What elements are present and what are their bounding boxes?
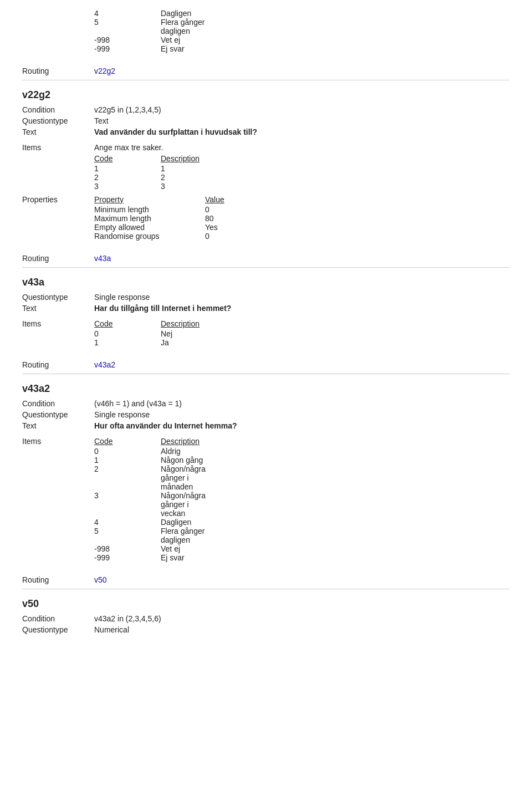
v22g2-prop-maxlen-value: 80 <box>205 214 283 223</box>
v22g2-items-outer: Items Ange max tre saker. Code Descripti… <box>22 143 510 191</box>
top-routing-link[interactable]: v22g2 <box>94 67 115 75</box>
v22g2-routing-label: Routing <box>22 254 94 263</box>
top-item-row-999: -999 Ej svar <box>94 44 205 53</box>
v22g2-item-code-1: 1 <box>94 164 139 173</box>
v43a2-item-code-0: 0 <box>94 447 139 456</box>
v43a2-item-desc-0: Aldrig <box>161 447 205 456</box>
v22g2-prop-empty-value: Yes <box>205 223 283 232</box>
v22g2-condition-value: v22g5 in (1,2,3,4,5) <box>94 105 161 114</box>
v43a-text-row: Text Har du tillgång till Internet i hem… <box>22 304 510 313</box>
v22g2-properties-block: Properties Property Value Minimum length… <box>22 195 510 241</box>
v43a2-questiontype-label: Questiontype <box>22 410 94 419</box>
v22g2-prop-row-minlen: Minimum length 0 <box>94 205 283 214</box>
v43a-routing-label: Routing <box>22 360 94 369</box>
v43a2-condition-row: Condition (v46h = 1) and (v43a = 1) <box>22 399 510 408</box>
v43a2-items-header: Code Description <box>94 437 205 446</box>
v43a2-title: v43a2 <box>22 383 510 395</box>
top-item-row-998: -998 Vet ej <box>94 35 205 44</box>
section-v50: v50 Condition v43a2 in (2,3,4,5,6) Quest… <box>0 589 532 645</box>
v22g2-text-value: Vad använder du surfplattan i huvudsak t… <box>94 127 257 136</box>
v43a2-routing-row: Routing v50 <box>0 571 532 589</box>
v43a-questiontype-value: Single response <box>94 293 150 302</box>
v43a-routing-link[interactable]: v43a2 <box>94 360 115 369</box>
v22g2-questiontype-value: Text <box>94 116 109 125</box>
v43a-items-content: Code Description 0 Nej 1 Ja <box>94 319 205 347</box>
v43a-item-desc-1: Ja <box>161 338 205 347</box>
v43a2-text-row: Text Hur ofta använder du Internet hemma… <box>22 421 510 430</box>
v22g2-items-col-code: Code <box>94 154 139 163</box>
section-v43a: v43a Questiontype Single response Text H… <box>0 268 532 356</box>
v43a-title: v43a <box>22 277 510 288</box>
v43a2-items-col-code: Code <box>94 437 139 446</box>
v22g2-prop-row-empty: Empty allowed Yes <box>94 223 283 232</box>
v43a2-item-row-1: 1 Någon gång <box>94 456 205 465</box>
top-item-code-998: -998 <box>94 35 139 44</box>
v22g2-prop-random-value: 0 <box>205 232 283 241</box>
v43a2-item-desc-3: Någon/några gånger i veckan <box>161 491 205 518</box>
v43a-item-code-1: 1 <box>94 338 139 347</box>
v22g2-items-label: Items <box>22 143 94 152</box>
v43a2-item-row-999: -999 Ej svar <box>94 553 205 562</box>
v43a2-routing-link[interactable]: v50 <box>94 575 107 584</box>
top-items-section: 4 Dagligen 5 Flera gånger dagligen -998 … <box>0 0 532 62</box>
v50-questiontype-value: Numerical <box>94 625 129 634</box>
v43a2-item-code-998: -998 <box>94 544 139 553</box>
v43a2-item-code-1: 1 <box>94 456 139 465</box>
v43a-questiontype-row: Questiontype Single response <box>22 293 510 302</box>
v43a2-routing-label: Routing <box>22 575 94 584</box>
section-v43a2: v43a2 Condition (v46h = 1) and (v43a = 1… <box>0 374 532 571</box>
v22g2-prop-empty-name: Empty allowed <box>94 223 172 232</box>
top-item-row-4: 4 Dagligen <box>94 9 205 18</box>
v22g2-items-header: Code Description <box>94 154 205 163</box>
v43a2-item-desc-4: Dagligen <box>161 518 205 527</box>
v43a-item-code-0: 0 <box>94 329 139 338</box>
v43a2-items-content: Code Description 0 Aldrig 1 Någon gång 2… <box>94 437 205 562</box>
v50-questiontype-label: Questiontype <box>22 625 94 634</box>
v22g2-routing-link[interactable]: v43a <box>94 254 111 263</box>
top-items-content: 4 Dagligen 5 Flera gånger dagligen -998 … <box>94 9 205 53</box>
v22g2-item-desc-3: 3 <box>161 182 205 191</box>
v22g2-item-row-2: 2 2 <box>94 173 205 182</box>
top-item-row-5: 5 Flera gånger dagligen <box>94 18 205 35</box>
v43a2-item-desc-1: Någon gång <box>161 456 205 465</box>
top-item-code-5: 5 <box>94 18 139 35</box>
v22g2-item-desc-1: 1 <box>161 164 205 173</box>
v22g2-condition-row: Condition v22g5 in (1,2,3,4,5) <box>22 105 510 114</box>
v43a2-item-desc-999: Ej svar <box>161 553 205 562</box>
v43a2-items-col-desc: Description <box>161 437 205 446</box>
v43a2-questiontype-value: Single response <box>94 410 150 419</box>
v22g2-prop-col-value: Value <box>205 195 283 204</box>
v43a2-text-label: Text <box>22 421 94 430</box>
section-v22g2: v22g2 Condition v22g5 in (1,2,3,4,5) Que… <box>0 80 532 249</box>
v43a2-text-value: Hur ofta använder du Internet hemma? <box>94 421 237 430</box>
v22g2-prop-row-maxlen: Maximum length 80 <box>94 214 283 223</box>
v22g2-item-row-1: 1 1 <box>94 164 205 173</box>
v22g2-prop-col-property: Property <box>94 195 172 204</box>
v50-questiontype-row: Questiontype Numerical <box>22 625 510 634</box>
v43a2-item-code-4: 4 <box>94 518 139 527</box>
top-item-desc-999: Ej svar <box>161 44 205 53</box>
v43a2-item-code-5: 5 <box>94 527 139 544</box>
v43a-routing-row: Routing v43a2 <box>0 356 532 374</box>
v43a-items-outer: Items Code Description 0 Nej 1 Ja <box>22 319 510 347</box>
top-routing-row: Routing v22g2 <box>0 62 532 80</box>
v22g2-prop-random-name: Randomise groups <box>94 232 172 241</box>
v22g2-prop-row-random: Randomise groups 0 <box>94 232 283 241</box>
v43a2-item-row-998: -998 Vet ej <box>94 544 205 553</box>
v43a2-item-row-0: 0 Aldrig <box>94 447 205 456</box>
top-routing-label: Routing <box>22 67 94 75</box>
v43a-item-desc-0: Nej <box>161 329 205 338</box>
v43a-text-label: Text <box>22 304 94 313</box>
v22g2-items-content: Ange max tre saker. Code Description 1 1… <box>94 143 205 191</box>
v43a-item-row-1: 1 Ja <box>94 338 205 347</box>
v22g2-prop-maxlen-name: Maximum length <box>94 214 172 223</box>
v22g2-items-col-desc: Description <box>161 154 205 163</box>
v50-title: v50 <box>22 598 510 610</box>
v22g2-prop-minlen-name: Minimum length <box>94 205 172 214</box>
v43a2-item-desc-5: Flera gånger dagligen <box>161 527 205 544</box>
v43a2-item-row-2: 2 Någon/några gånger i månaden <box>94 465 205 491</box>
v43a2-item-desc-998: Vet ej <box>161 544 205 553</box>
v43a-questiontype-label: Questiontype <box>22 293 94 302</box>
top-items-row: 4 Dagligen 5 Flera gånger dagligen -998 … <box>22 9 510 53</box>
v43a-items-label: Items <box>22 319 94 328</box>
